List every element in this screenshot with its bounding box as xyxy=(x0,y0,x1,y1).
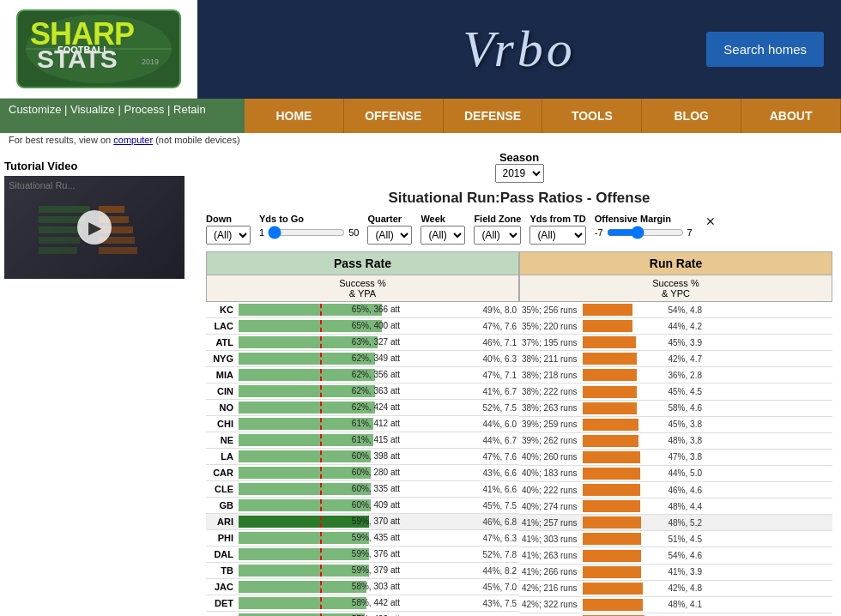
run-stat: 47%, 3.8 xyxy=(666,449,833,465)
table-row: CHI 61%, 412 att 44%, 6.0 xyxy=(206,416,519,432)
pass-stat: 45%, 7.5 xyxy=(404,498,519,514)
run-bar-cell xyxy=(580,580,666,596)
team-label: NO xyxy=(206,400,236,416)
run-stat: 48%, 4.1 xyxy=(666,596,833,613)
nav-about[interactable]: ABOUT xyxy=(741,99,841,133)
quarter-select[interactable]: (All) xyxy=(367,226,412,245)
pass-bar-cell: 60%, 409 att xyxy=(236,498,404,514)
team-label: CLE xyxy=(206,481,236,498)
run-bar-cell xyxy=(580,416,666,432)
pass-bar-cell: 58%, 303 att xyxy=(236,579,404,595)
table-row: LAC 65%, 400 att 47%, 7.6 xyxy=(206,318,519,335)
field-zone-select[interactable]: (All) xyxy=(474,226,521,245)
pass-stat: 44%, 6.0 xyxy=(404,416,519,432)
nav-tools[interactable]: TOOLS xyxy=(542,99,642,133)
table-row: GB 60%, 409 att 45%, 7.5 xyxy=(206,498,519,514)
search-homes-button[interactable]: Search homes xyxy=(706,32,824,67)
table-row: PHI 59%, 435 att 47%, 6.3 xyxy=(206,530,519,547)
table-row: 43%; 323 runs 52%, 4.4 xyxy=(519,613,832,616)
sidebar: Tutorial Video Situational Ru... xyxy=(0,147,197,616)
table-row: 40%; 260 runs 47%, 3.8 xyxy=(519,449,832,465)
pass-header: Pass Rate xyxy=(206,251,519,275)
tables-wrapper: Pass Rate Success %& YPA KC 65%, 366 att… xyxy=(206,251,832,616)
pass-bar-cell: 65%, 366 att xyxy=(236,302,404,318)
table-row: 39%; 259 runs 45%, 3.8 xyxy=(519,416,832,432)
retain-link[interactable]: Retain xyxy=(173,103,206,116)
week-select[interactable]: (All) xyxy=(420,226,465,245)
run-bar-cell xyxy=(580,482,666,498)
customize-link[interactable]: Customize xyxy=(9,103,61,116)
run-stat: 45%, 3.8 xyxy=(666,416,833,432)
video-thumbnail[interactable]: Situational Ru... xyxy=(4,176,185,279)
margin-slider[interactable] xyxy=(607,226,684,239)
nav-offense[interactable]: OFFENSE xyxy=(344,99,444,133)
pass-bar-label: 65%, 400 att xyxy=(352,320,400,332)
logo-area: SHARP FOOTBALL STATS 2019 xyxy=(0,2,197,96)
table-row: 41%; 303 runs 51%, 4.5 xyxy=(519,531,832,547)
run-bar-cell xyxy=(580,465,666,481)
pass-bar-cell: 59%, 376 att xyxy=(236,547,404,563)
run-bar-cell xyxy=(580,498,666,515)
run-pct-label: 42%; 322 runs xyxy=(519,596,580,613)
yds-td-select[interactable]: (All) xyxy=(529,226,585,245)
top-bar-left: Customize | Visualize | Process | Retain xyxy=(0,99,245,133)
play-button[interactable]: ▶ xyxy=(77,210,112,245)
pass-stat: 43%, 6.9 xyxy=(404,612,519,617)
pass-stat: 43%, 7.5 xyxy=(404,595,519,612)
pass-bar-cell: 62%, 356 att xyxy=(236,367,404,383)
team-label: PHI xyxy=(206,530,236,547)
run-data-table: 35%; 256 runs 54%, 4.8 35%; 220 runs 44%… xyxy=(519,302,832,616)
run-bar-cell xyxy=(580,335,666,351)
table-row: CIN 62%, 363 att 41%, 6.7 xyxy=(206,383,519,400)
run-pct-label: 38%; 263 runs xyxy=(519,400,580,416)
team-label: CIN xyxy=(206,383,236,400)
table-row: TB 59%, 379 att 44%, 8.2 xyxy=(206,563,519,579)
pass-bar-cell: 61%, 415 att xyxy=(236,432,404,449)
team-label: CAR xyxy=(206,465,236,481)
run-stat: 58%, 4.6 xyxy=(666,400,833,416)
run-pct-label: 41%; 263 runs xyxy=(519,547,580,564)
process-link[interactable]: Process xyxy=(124,103,164,116)
run-pct-label: 35%; 256 runs xyxy=(519,302,580,318)
pass-stat: 52%, 7.5 xyxy=(404,400,519,416)
run-pct-label: 41%; 257 runs xyxy=(519,515,580,531)
visualize-link[interactable]: Visualize xyxy=(70,103,115,116)
table-row: 40%; 183 runs 44%, 5.0 xyxy=(519,465,832,481)
run-stat: 41%, 3.9 xyxy=(666,564,833,580)
team-label: TB xyxy=(206,563,236,579)
down-select[interactable]: (All) xyxy=(206,226,251,245)
run-stat: 45%, 3.9 xyxy=(666,335,833,351)
run-pct-label: 40%; 274 runs xyxy=(519,498,580,515)
pass-bar-label: 62%, 349 att xyxy=(352,353,400,365)
page-title: Situational Run:Pass Ratios - Offense xyxy=(206,190,832,207)
team-label: GB xyxy=(206,498,236,514)
table-row: 41%; 263 runs 54%, 4.6 xyxy=(519,547,832,564)
content-area: Season 2019 2018 2017 Situational Run:Pa… xyxy=(197,147,841,616)
run-pct-label: 42%; 216 runs xyxy=(519,580,580,596)
run-stat: 44%, 5.0 xyxy=(666,465,833,481)
pass-stat: 49%, 8.0 xyxy=(404,302,519,318)
nav-defense[interactable]: DEFENSE xyxy=(444,99,543,133)
run-stat: 42%, 4.8 xyxy=(666,580,833,596)
computer-link[interactable]: computer xyxy=(113,135,153,145)
nav-home[interactable]: HOME xyxy=(245,99,344,133)
pass-bar-cell: 58%, 442 att xyxy=(236,595,404,612)
filter-yds-td-label: Yds from TD xyxy=(529,214,585,224)
nav-blog[interactable]: BLOG xyxy=(642,99,741,133)
filter-yds: Yds to Go 1 50 xyxy=(259,214,359,239)
filter-field-zone-label: Field Zone xyxy=(474,214,521,224)
pass-bar-cell: 60%, 335 att xyxy=(236,481,404,498)
filter-quarter: Quarter (All) xyxy=(367,214,412,245)
run-pct-label: 43%; 323 runs xyxy=(519,613,580,616)
pass-bar-cell: 62%, 424 att xyxy=(236,400,404,416)
season-select[interactable]: 2019 2018 2017 xyxy=(495,164,544,183)
vrbo-ad-banner[interactable]: Vrbo Search homes xyxy=(197,0,841,99)
pass-bar-label: 60%, 398 att xyxy=(352,450,400,462)
pass-bar-label: 59%, 376 att xyxy=(352,548,400,560)
run-bar-cell xyxy=(580,400,666,416)
pass-bar-label: 59%, 370 att xyxy=(352,516,400,528)
pass-stat: 46%, 7.1 xyxy=(404,335,519,351)
filter-yds-label: Yds to Go xyxy=(259,214,359,224)
yds-slider-min[interactable] xyxy=(268,226,345,239)
filter-reset-icon[interactable]: ⨯ xyxy=(705,214,716,227)
